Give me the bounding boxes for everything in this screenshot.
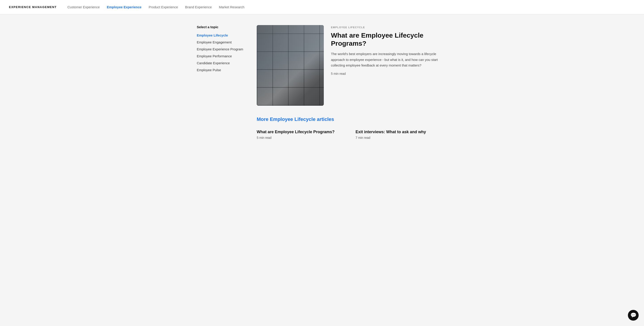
sidebar-list: Employee LifecycleEmployee EngagementEmp… bbox=[197, 33, 246, 72]
nav-item-employee-experience[interactable]: Employee Experience bbox=[107, 5, 142, 9]
sidebar-item-employee-performance[interactable]: Employee Performance bbox=[197, 54, 246, 58]
articles-grid: What are Employee Lifecycle Programs?5 m… bbox=[257, 129, 447, 139]
featured-image-inner bbox=[257, 25, 324, 106]
article-card: Exit interviews: What to ask and why7 mi… bbox=[356, 129, 447, 139]
nav-item-market-research[interactable]: Market Research bbox=[219, 5, 244, 9]
sidebar-item-employee-experience-program[interactable]: Employee Experience Program bbox=[197, 47, 246, 51]
sidebar-item-employee-engagement[interactable]: Employee Engagement bbox=[197, 40, 246, 44]
nav-item-product-experience[interactable]: Product Experience bbox=[149, 5, 178, 9]
nav-item-brand-experience[interactable]: Brand Experience bbox=[185, 5, 212, 9]
article-card-title[interactable]: Exit interviews: What to ask and why bbox=[356, 129, 447, 134]
article-card-read-time: 5 min read bbox=[257, 136, 348, 139]
more-articles-title[interactable]: More Employee Lifecycle articles bbox=[257, 116, 447, 122]
sidebar-item-candidate-experience[interactable]: Candidate Experience bbox=[197, 61, 246, 65]
article-card: What are Employee Lifecycle Programs?5 m… bbox=[257, 129, 348, 139]
featured-read-time: 5 min read bbox=[331, 72, 447, 75]
article-card-title[interactable]: What are Employee Lifecycle Programs? bbox=[257, 129, 348, 134]
sidebar-item-employee-lifecycle[interactable]: Employee Lifecycle bbox=[197, 33, 246, 37]
sidebar: Select a topic Employee LifecycleEmploye… bbox=[197, 25, 246, 139]
main-content: EMPLOYEE LIFECYCLE What are Employee Lif… bbox=[257, 25, 447, 139]
sidebar-item-employee-pulse[interactable]: Employee Pulse bbox=[197, 68, 246, 72]
site-header: EXPERIENCE MANAGEMENT Customer Experienc… bbox=[0, 0, 644, 14]
main-container: Select a topic Employee LifecycleEmploye… bbox=[188, 14, 456, 150]
featured-article-text: EMPLOYEE LIFECYCLE What are Employee Lif… bbox=[331, 25, 447, 106]
article-card-read-time: 7 min read bbox=[356, 136, 447, 139]
featured-title: What are Employee Lifecycle Programs? bbox=[331, 31, 447, 48]
featured-category: EMPLOYEE LIFECYCLE bbox=[331, 26, 447, 29]
main-nav: Customer ExperienceEmployee ExperiencePr… bbox=[68, 5, 245, 9]
site-logo: EXPERIENCE MANAGEMENT bbox=[9, 5, 57, 9]
sidebar-title: Select a topic bbox=[197, 25, 246, 29]
more-articles-section: More Employee Lifecycle articles What ar… bbox=[257, 116, 447, 139]
featured-image bbox=[257, 25, 324, 106]
featured-article: EMPLOYEE LIFECYCLE What are Employee Lif… bbox=[257, 25, 447, 106]
nav-item-customer-experience[interactable]: Customer Experience bbox=[68, 5, 100, 9]
featured-description: The world's best employers are increasin… bbox=[331, 51, 447, 68]
